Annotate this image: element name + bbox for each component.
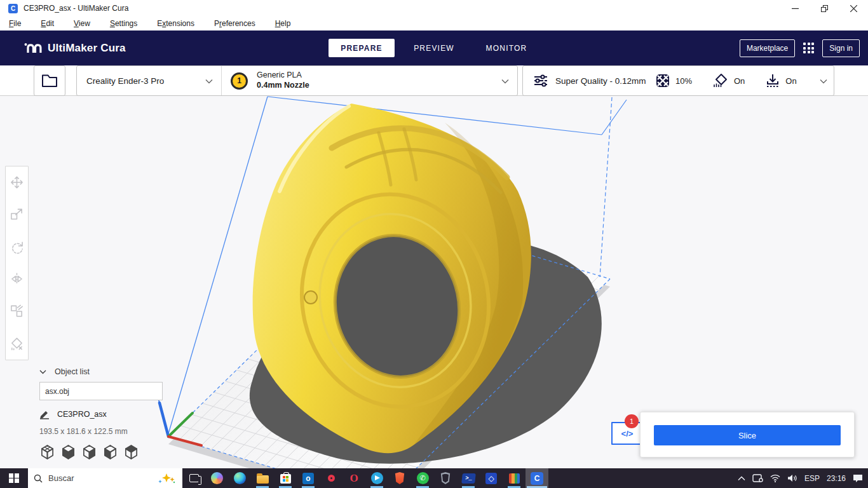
- sign-in-button[interactable]: Sign in: [822, 39, 860, 57]
- view-3d-button[interactable]: [39, 444, 55, 460]
- infill-icon: [655, 73, 670, 88]
- view-right-button[interactable]: [123, 444, 139, 460]
- powershell-icon: >_: [461, 473, 476, 484]
- open-file-button[interactable]: [34, 65, 65, 96]
- taskbar-opera-gx[interactable]: [320, 468, 342, 488]
- apps-grid-icon[interactable]: [803, 43, 814, 53]
- tray-expand-icon[interactable]: [738, 476, 745, 481]
- taskbar-diamond-app[interactable]: ◇: [480, 468, 503, 488]
- taskbar-microsoft-store[interactable]: [274, 468, 297, 488]
- mirror-icon: [10, 271, 24, 287]
- gcode-icon: </>: [621, 429, 634, 438]
- taskbar-winrar[interactable]: [503, 468, 526, 488]
- tab-monitor[interactable]: MONITOR: [473, 39, 539, 57]
- slice-button[interactable]: Slice: [654, 425, 841, 445]
- view-right-icon: [123, 444, 139, 460]
- window-title: CE3PRO_asx - UltiMaker Cura: [24, 4, 128, 13]
- menu-help[interactable]: Help: [275, 19, 291, 28]
- minimize-icon: [792, 5, 799, 12]
- taskbar-brave[interactable]: [388, 468, 411, 488]
- viewport-3d[interactable]: Object list asx.obj CE3PRO_asx 193.5 x 1…: [0, 96, 868, 468]
- taskbar-task-view[interactable]: [182, 468, 205, 488]
- system-tray: ESP 23:16: [738, 474, 868, 483]
- taskbar-copilot[interactable]: [205, 468, 228, 488]
- print-settings-selector[interactable]: Super Quality - 0.12mm 10% On: [522, 65, 834, 96]
- printer-name: Creality Ender-3 Pro: [86, 76, 164, 86]
- object-list-panel: Object list asx.obj CE3PRO_asx 193.5 x 1…: [39, 367, 173, 460]
- restore-button[interactable]: [810, 0, 839, 17]
- brand-text: UltiMaker Cura: [48, 42, 126, 55]
- chevron-down-icon: [205, 75, 213, 86]
- action-center-icon[interactable]: [853, 474, 863, 483]
- object-file-name: asx.obj: [45, 387, 69, 396]
- close-button[interactable]: [839, 0, 868, 17]
- tool-move[interactable]: [6, 166, 28, 199]
- chevron-down-icon: [820, 75, 827, 86]
- menu-bar: FileEditViewSettingsExtensionsPreference…: [0, 17, 868, 30]
- scale-icon: [10, 207, 24, 222]
- taskbar-opera[interactable]: O: [342, 468, 365, 488]
- taskbar-gx-control[interactable]: [434, 468, 457, 488]
- outlook-icon: o: [302, 473, 314, 484]
- object-list-item[interactable]: asx.obj: [39, 382, 163, 400]
- taskbar-ultimaker-cura[interactable]: C: [526, 468, 548, 488]
- wifi-icon[interactable]: [770, 474, 780, 482]
- app-header: UltiMaker Cura PREPAREPREVIEWMONITOR Mar…: [0, 30, 868, 65]
- support-blocker-icon: [10, 336, 24, 351]
- object-list-toggle[interactable]: Object list: [39, 367, 173, 376]
- move-icon: [10, 175, 24, 190]
- tool-support-blocker[interactable]: [6, 327, 28, 360]
- menu-file[interactable]: File: [9, 19, 21, 28]
- adhesion-icon: [765, 73, 780, 88]
- volume-icon[interactable]: [787, 474, 797, 482]
- menu-edit[interactable]: Edit: [41, 19, 54, 28]
- tool-rotate[interactable]: [6, 231, 28, 263]
- sliders-icon: [533, 73, 549, 88]
- tab-preview[interactable]: PREVIEW: [401, 39, 467, 57]
- taskbar-telegram[interactable]: [365, 468, 388, 488]
- tool-per-model-settings[interactable]: [6, 295, 28, 328]
- adhesion-value: On: [785, 76, 796, 86]
- gx-control-icon: [440, 472, 451, 484]
- marketplace-button[interactable]: Marketplace: [740, 39, 795, 57]
- file-explorer-icon: [257, 475, 269, 484]
- project-name-edit[interactable]: CE3PRO_asx: [39, 409, 173, 419]
- search-box[interactable]: Buscar: [28, 468, 182, 488]
- extruder-1-icon: 1: [231, 72, 248, 90]
- menu-view[interactable]: View: [74, 19, 90, 28]
- view-front-button[interactable]: [60, 444, 76, 460]
- view-orientation-buttons: [39, 444, 173, 460]
- menu-extensions[interactable]: Extensions: [157, 19, 194, 28]
- folder-icon: [41, 74, 58, 88]
- view-left-button[interactable]: [102, 444, 118, 460]
- task-view-icon: [189, 474, 199, 482]
- view-top-button[interactable]: [81, 444, 97, 460]
- tab-prepare[interactable]: PREPARE: [329, 39, 395, 57]
- taskbar-powershell[interactable]: >_: [457, 468, 480, 488]
- rotate-icon: [10, 240, 24, 255]
- keyboard-language[interactable]: ESP: [804, 474, 820, 483]
- taskbar-outlook[interactable]: o: [297, 468, 320, 488]
- minimize-button[interactable]: [780, 0, 810, 17]
- tool-mirror[interactable]: [6, 263, 28, 295]
- meet-now-icon[interactable]: [752, 474, 763, 483]
- slice-panel: Slice: [640, 412, 855, 458]
- start-button[interactable]: [0, 468, 28, 488]
- search-highlights-icon: [158, 473, 177, 484]
- taskbar-microsoft-edge[interactable]: [228, 468, 251, 488]
- close-icon: [850, 5, 857, 12]
- taskbar-whatsapp[interactable]: ✆: [411, 468, 434, 488]
- pencil-icon: [39, 409, 50, 419]
- printer-selector[interactable]: Creality Ender-3 Pro: [77, 66, 221, 95]
- chevron-down-icon: [39, 370, 46, 374]
- search-placeholder: Buscar: [48, 473, 152, 483]
- copilot-icon: [211, 472, 223, 484]
- menu-preferences[interactable]: Preferences: [214, 19, 255, 28]
- clock[interactable]: 23:16: [827, 474, 846, 483]
- notification-badge: 1: [625, 414, 639, 428]
- menu-settings[interactable]: Settings: [110, 19, 137, 28]
- taskbar-file-explorer[interactable]: [251, 468, 274, 488]
- view-top-icon: [81, 444, 97, 460]
- tool-scale[interactable]: [6, 199, 28, 231]
- material-selector[interactable]: 1 Generic PLA 0.4mm Nozzle: [221, 66, 517, 95]
